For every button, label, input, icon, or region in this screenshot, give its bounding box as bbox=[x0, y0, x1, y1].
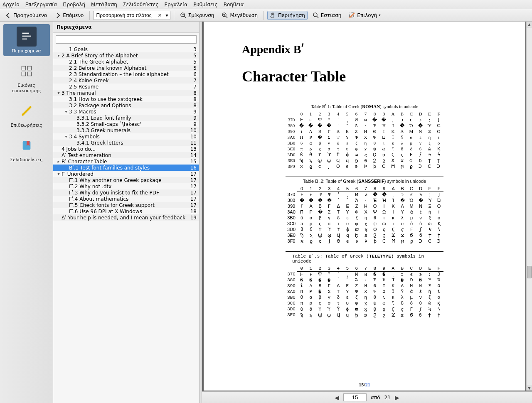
sidebar: ΠεριεχόμεναΕικόνες επισκόπησηςΕπιθεωρήσε… bbox=[0, 22, 53, 403]
scroll-down-icon[interactable]: ▼ bbox=[527, 385, 532, 391]
menu-μετάβαση[interactable]: Μετάβαση bbox=[91, 2, 117, 7]
tree-row[interactable]: Δʹ Your help is needed, and I mean your … bbox=[53, 214, 199, 221]
tree-label: Δʹ Your help is needed, and I mean your … bbox=[62, 215, 187, 221]
tree-row[interactable]: ▾Γʹ Unordered17 bbox=[53, 171, 199, 177]
menu-επεξεργασία[interactable]: Επεξεργασία bbox=[25, 2, 57, 7]
tree-page: 17 bbox=[187, 171, 197, 177]
tree-row[interactable]: Γʹ.4 About mathematics17 bbox=[53, 196, 199, 202]
menu-σελιδοδείκτες[interactable]: Σελιδοδείκτες bbox=[123, 2, 159, 7]
tree-page: 18 bbox=[187, 209, 197, 214]
index-pane: Περιεχόμενα 1 Goals3▾2 A Brief Story of … bbox=[53, 22, 200, 403]
expand-icon[interactable]: ▾ bbox=[56, 91, 62, 95]
tree-row[interactable]: ▾2 A Brief Story of the Alphabet5 bbox=[53, 52, 199, 59]
menu-ρυθμίσεις[interactable]: Ρυθμίσεις bbox=[193, 2, 217, 7]
page-title: Character Table bbox=[242, 68, 487, 85]
pager-total: 21 bbox=[384, 395, 391, 401]
toc-icon bbox=[17, 27, 37, 47]
tree-label: 3 The manual bbox=[62, 90, 187, 96]
hand-icon bbox=[270, 12, 276, 19]
index-search-input[interactable] bbox=[56, 35, 197, 44]
tree-page: 8 bbox=[187, 103, 197, 108]
tree-row[interactable]: 2.4 Koine Greek7 bbox=[53, 77, 199, 84]
page-next-button[interactable]: ▶ bbox=[395, 394, 399, 401]
zoom-in-button[interactable]: Μεγέθυνση bbox=[219, 11, 260, 20]
select-mode-button[interactable]: Επιλογή▾ bbox=[346, 11, 383, 20]
tree-page: 5 bbox=[187, 65, 197, 71]
next-button[interactable]: Επόμενο bbox=[52, 11, 86, 20]
tree-row[interactable]: ▾3.4 Symbols10 bbox=[53, 133, 199, 140]
tree-label: 3.1 How to use the xstdgreek bbox=[69, 96, 187, 102]
tree-page: 9 bbox=[187, 115, 197, 121]
scroll-up-icon[interactable]: ▲ bbox=[527, 22, 532, 27]
browse-mode-button[interactable]: Περιήγηση bbox=[267, 11, 308, 20]
tree-row[interactable]: 3.1 How to use the xstdgreek8 bbox=[53, 96, 199, 102]
tree-page: 8 bbox=[187, 96, 197, 102]
page-prev-button[interactable]: ◀ bbox=[335, 394, 339, 401]
prev-label: Προηγούμενο bbox=[13, 12, 47, 18]
clear-icon[interactable]: ✕ bbox=[156, 12, 163, 18]
expand-icon[interactable]: ▾ bbox=[63, 109, 69, 114]
focus-mode-button[interactable]: Εστίαση bbox=[310, 11, 344, 20]
scroll-thumb[interactable] bbox=[527, 266, 532, 278]
tree-row[interactable]: Γʹ.5 Check fonts for Greek support17 bbox=[53, 202, 199, 208]
svg-rect-13 bbox=[22, 39, 27, 39]
expand-icon[interactable]: ▾ bbox=[56, 53, 62, 58]
page-number: 15/21 bbox=[204, 382, 525, 388]
tree-row[interactable]: 2.2 Before the known Alphabet5 bbox=[53, 65, 199, 71]
svg-rect-11 bbox=[22, 33, 29, 34]
expand-icon[interactable]: ▾ bbox=[56, 172, 62, 176]
sidebar-item-thumbnails[interactable]: Εικόνες επισκόπησης bbox=[3, 59, 50, 96]
tree-row[interactable]: Αʹ Test enumeration14 bbox=[53, 152, 199, 158]
expand-icon[interactable]: ▾ bbox=[63, 134, 69, 139]
expand-icon[interactable]: ▸ bbox=[56, 159, 62, 164]
prev-button[interactable]: Προηγούμενο bbox=[2, 11, 49, 20]
tree-row[interactable]: 2.1 The Greek Alphabet5 bbox=[53, 59, 199, 65]
tree-row[interactable]: 4 Jobs to do...13 bbox=[53, 146, 199, 152]
zoom-input[interactable] bbox=[94, 12, 156, 19]
tree-label: 4 Jobs to do... bbox=[62, 146, 187, 152]
tree-row[interactable]: 3.3.2 Small-caps `\fakesc'9 bbox=[53, 121, 199, 127]
tree-row[interactable]: ▸Βʹ Character Table15 bbox=[53, 158, 199, 165]
tree-page: 10 bbox=[187, 128, 197, 133]
tree-row[interactable]: 1 Goals3 bbox=[53, 46, 199, 52]
tree-page: 7 bbox=[187, 78, 197, 84]
tree-row[interactable]: 3.3.3 Greek numerals10 bbox=[53, 127, 199, 133]
separator bbox=[264, 11, 264, 20]
sidebar-item-bookmarks[interactable]: Σελιδοδείκτες bbox=[3, 133, 50, 165]
appendix-title: Appendix Bʹ bbox=[242, 42, 487, 56]
svg-rect-14 bbox=[22, 66, 25, 70]
sidebar-label: Εικόνες επισκόπησης bbox=[4, 83, 49, 93]
tree-label: Γʹ Unordered bbox=[62, 171, 187, 177]
tree-row[interactable]: 3.4.1 Greek letters11 bbox=[53, 140, 199, 146]
tree-row[interactable]: ▾3 The manual8 bbox=[53, 90, 199, 96]
index-tree[interactable]: 1 Goals3▾2 A Brief Story of the Alphabet… bbox=[53, 46, 199, 403]
zoom-combo[interactable]: ✕ ▾ bbox=[93, 11, 170, 20]
arrow-left-icon bbox=[5, 12, 12, 19]
sidebar-item-toc[interactable]: Περιεχόμενα bbox=[3, 24, 50, 56]
tree-row[interactable]: 3.3.1 Load font family9 bbox=[53, 115, 199, 121]
table-caption: Table Bʹ.1: Table of Greek (ROMAN) symbo… bbox=[286, 102, 443, 111]
tree-label: 2 A Brief Story of the Alphabet bbox=[62, 53, 187, 59]
tree-row[interactable]: 3.2 Package and Options8 bbox=[53, 102, 199, 108]
tree-row[interactable]: Γʹ.2 Why not .dtx17 bbox=[53, 183, 199, 189]
tree-page: 17 bbox=[187, 202, 197, 208]
chevron-down-icon[interactable]: ▾ bbox=[164, 12, 170, 18]
menu-προβολή[interactable]: Προβολή bbox=[63, 2, 85, 7]
tree-row[interactable]: Γʹ.6 Use 96 DPI at X Windows18 bbox=[53, 208, 199, 214]
tree-label: Γʹ.5 Check fonts for Greek support bbox=[69, 202, 187, 208]
tree-row[interactable]: 2.5 Resume7 bbox=[53, 84, 199, 90]
menu-αρχείο[interactable]: Αρχείο bbox=[2, 2, 20, 7]
tree-label: Γʹ.1 Why another one Greek package bbox=[69, 177, 187, 183]
tree-row[interactable]: Βʹ.1 Test font families and styles16 bbox=[53, 165, 199, 171]
zoom-out-button[interactable]: Σμίκρυνση bbox=[177, 11, 217, 20]
page-input[interactable] bbox=[343, 393, 367, 401]
tree-row[interactable]: Γʹ.3 Why do you insist to fix the PDF17 bbox=[53, 189, 199, 196]
tree-row[interactable]: Γʹ.1 Why another one Greek package17 bbox=[53, 177, 199, 183]
tree-row[interactable]: 2.3 Standardization – the Ionic alphabet… bbox=[53, 71, 199, 77]
vertical-scrollbar[interactable]: ▲ ▼ bbox=[526, 22, 532, 391]
menu-εργαλεία[interactable]: Εργαλεία bbox=[164, 2, 187, 7]
menu-βοήθεια[interactable]: Βοήθεια bbox=[224, 2, 244, 7]
tree-row[interactable]: ▾3.3 Macros9 bbox=[53, 108, 199, 115]
sidebar-item-reviews[interactable]: Επιθεωρήσεις bbox=[3, 98, 50, 130]
tree-page: 3 bbox=[187, 47, 197, 52]
